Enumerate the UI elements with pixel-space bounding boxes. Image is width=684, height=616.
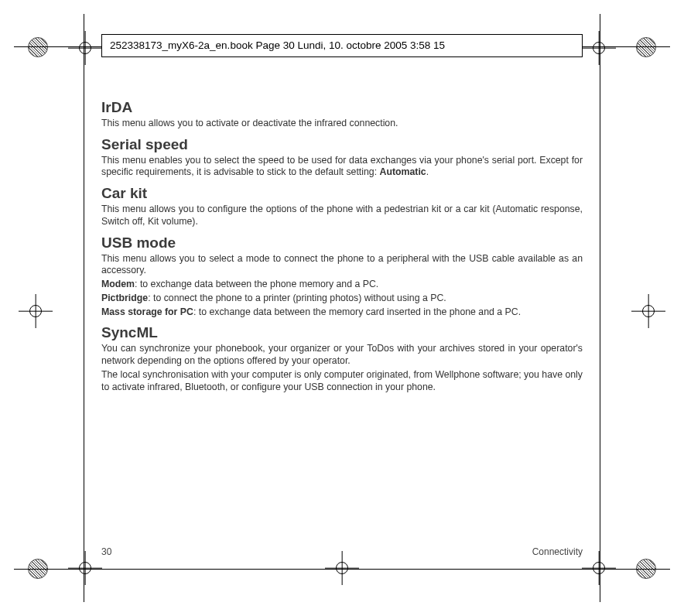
- page-number: 30: [101, 546, 111, 557]
- paragraph: This menu allows you to activate or deac…: [101, 118, 583, 130]
- header-text: 252338173_myX6-2a_en.book Page 30 Lundi,…: [110, 39, 445, 51]
- heading-serial-speed: Serial speed: [101, 136, 583, 153]
- page-footer: 30 Connectivity: [101, 546, 583, 557]
- paragraph: Pictbridge: to connect the phone to a pr…: [101, 293, 583, 305]
- heading-car-kit: Car kit: [101, 185, 583, 202]
- heading-usb-mode: USB mode: [101, 234, 583, 252]
- crop-mark: [19, 294, 53, 328]
- paragraph: The local synchronisation with your comp…: [101, 369, 583, 393]
- crop-mark: [582, 31, 616, 65]
- page-content: IrDA This menu allows you to activate or…: [101, 99, 583, 539]
- paragraph: This menu allows you to configure the op…: [101, 204, 583, 228]
- paragraph: This menu allows you to select a mode to…: [101, 253, 583, 277]
- trim-line: [600, 14, 600, 602]
- heading-irda: IrDA: [101, 99, 583, 116]
- paragraph: Modem: to exchange data between the phon…: [101, 279, 583, 291]
- paragraph: This menu enables you to select the spee…: [101, 155, 583, 179]
- section-name: Connectivity: [532, 546, 583, 557]
- registration-mark-top-right: [636, 37, 656, 57]
- crop-mark: [68, 551, 102, 585]
- heading-syncml: SyncML: [101, 324, 583, 341]
- page-header-bar: 252338173_myX6-2a_en.book Page 30 Lundi,…: [101, 34, 583, 57]
- paragraph: Mass storage for PC: to exchange data be…: [101, 306, 583, 319]
- paragraph: You can synchronize your phonebook, your…: [101, 343, 583, 367]
- crop-mark: [68, 31, 102, 65]
- trim-line: [14, 569, 670, 570]
- trim-line: [84, 14, 84, 602]
- crop-mark: [631, 294, 665, 328]
- crop-mark: [582, 551, 616, 585]
- registration-mark-top-left: [28, 37, 48, 57]
